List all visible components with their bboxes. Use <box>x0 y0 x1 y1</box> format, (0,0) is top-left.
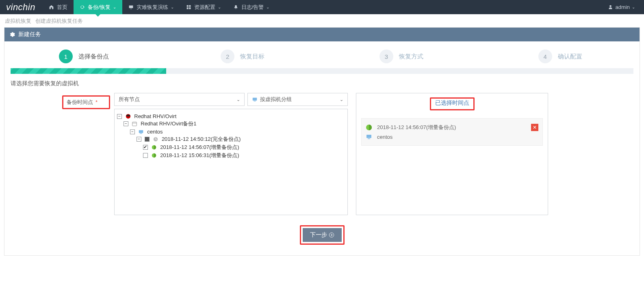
tree-node-inc-backup-1[interactable]: 2018-11-12 14:56:07(增量备份点) <box>117 143 345 151</box>
step-2-label: 恢复目标 <box>240 53 265 60</box>
svg-rect-13 <box>368 138 370 139</box>
tree-node-root[interactable]: − Redhat RHV/Ovirt <box>117 112 345 120</box>
svg-rect-7 <box>140 133 142 134</box>
collapse-icon[interactable]: − <box>137 137 141 142</box>
task-panel: 新建任务 1 选择备份点 2 恢复目标 3 恢复方式 4 确认配置 请 <box>4 27 640 256</box>
checkbox-unchecked[interactable] <box>143 153 148 158</box>
nav-backup[interactable]: 备份/恢复 ⌄ <box>74 0 122 14</box>
checkbox-indeterminate[interactable] <box>145 137 150 142</box>
tree-node-full-backup[interactable]: − 2018-11-12 14:50:12(完全备份点) <box>117 135 345 143</box>
step-2-number: 2 <box>221 50 234 63</box>
tree-node-vm[interactable]: − centos <box>117 128 345 135</box>
globe-green-icon <box>366 124 372 131</box>
nav-drill[interactable]: 灾难恢复演练 ⌄ <box>122 0 180 14</box>
highlight-backup-time-label: 备份时间点 * <box>62 95 110 109</box>
next-button[interactable]: 下一步 <box>303 228 342 242</box>
collapse-icon[interactable]: − <box>124 121 128 126</box>
step-3-label: 恢复方式 <box>399 53 423 60</box>
node-select-value: 所有节点 <box>119 96 140 103</box>
button-row: 下一步 <box>4 221 640 255</box>
chevron-down-icon: ⌄ <box>266 5 269 9</box>
step-3-number: 3 <box>379 50 393 63</box>
svg-point-3 <box>126 115 130 116</box>
selected-time-content: 2018-11-12 14:56:07(增量备份点) ✕ centos <box>361 118 543 146</box>
refresh-icon <box>80 4 85 10</box>
panel-header: 新建任务 <box>4 28 640 41</box>
remove-selected-button[interactable]: ✕ <box>531 124 538 131</box>
gear-icon <box>9 32 15 37</box>
wizard-step-1[interactable]: 1 选择备份点 <box>4 50 163 63</box>
svg-rect-12 <box>366 135 371 138</box>
top-navbar: vinchin 首页 备份/恢复 ⌄ 灾难恢复演练 ⌄ 资源配置 <box>0 0 644 14</box>
close-icon: ✕ <box>533 125 537 130</box>
tree-node-inc-backup-2[interactable]: 2018-11-12 15:06:31(增量备份点) <box>117 151 345 159</box>
chevron-down-icon: ⌄ <box>632 5 635 9</box>
nav-log[interactable]: 日志/告警 ⌄ <box>227 0 276 14</box>
wizard-step-4[interactable]: 4 确认配置 <box>481 50 640 63</box>
redhat-icon <box>125 113 131 119</box>
monitor-icon <box>128 4 134 10</box>
tree-vm-label: centos <box>147 129 163 135</box>
panel-title: 新建任务 <box>18 31 41 38</box>
chevron-down-icon: ⌄ <box>171 5 174 9</box>
wizard-progress-fill <box>11 68 166 74</box>
nav-home-label: 首页 <box>57 4 67 11</box>
group-select[interactable]: 按虚拟机分组 ⌄ <box>247 93 348 106</box>
svg-rect-4 <box>132 122 137 126</box>
nav-items: 首页 备份/恢复 ⌄ 灾难恢复演练 ⌄ 资源配置 ⌄ <box>43 0 275 14</box>
selected-time-text: 2018-11-12 14:56:07(增量备份点) <box>377 124 531 131</box>
required-asterisk: * <box>95 99 98 105</box>
user-icon <box>608 4 614 10</box>
svg-point-14 <box>329 233 334 237</box>
clock-icon <box>152 136 158 142</box>
chevron-down-icon: ⌄ <box>218 5 221 9</box>
backup-tree[interactable]: − Redhat RHV/Ovirt − Redhat RHV/Ovirt备 <box>114 109 348 215</box>
tree-node-job[interactable]: − Redhat RHV/Ovirt备份1 <box>117 120 345 128</box>
checkbox-checked[interactable] <box>143 145 148 150</box>
breadcrumb-a: 虚拟机恢复 <box>5 18 31 24</box>
tree-full-backup-label: 2018-11-12 14:50:12(完全备份点) <box>162 136 241 142</box>
vm-icon <box>366 134 372 140</box>
chevron-down-icon: ⌄ <box>340 97 343 102</box>
collapse-icon[interactable]: − <box>117 114 122 119</box>
field-label-backup-time: 备份时间点 <box>67 99 93 105</box>
breadcrumb-b: 创建虚拟机恢复任务 <box>35 18 83 24</box>
chevron-down-icon: ⌄ <box>236 97 240 102</box>
calendar-icon <box>132 121 138 127</box>
form-side-column: 已选择时间点 2018-11-12 14:56:07(增量备份点) ✕ <box>356 93 548 215</box>
selected-time-header: 已选择时间点 <box>431 99 473 109</box>
highlight-selected-header: 已选择时间点 <box>430 97 475 110</box>
wizard-step-2[interactable]: 2 恢复目标 <box>163 50 322 63</box>
group-select-value: 按虚拟机分组 <box>260 96 292 103</box>
step-4-label: 确认配置 <box>558 53 582 60</box>
selected-vm-row: centos <box>366 132 538 141</box>
selected-time-panel: 已选择时间点 2018-11-12 14:56:07(增量备份点) ✕ <box>356 93 548 215</box>
nav-drill-label: 灾难恢复演练 <box>137 4 168 11</box>
chevron-down-icon: ⌄ <box>113 5 116 9</box>
wizard-step-3[interactable]: 3 恢复方式 <box>322 50 481 63</box>
home-icon <box>49 4 54 10</box>
step-1-number: 1 <box>59 50 73 63</box>
arrow-right-icon <box>329 232 334 238</box>
node-select[interactable]: 所有节点 ⌄ <box>114 93 245 106</box>
wizard-progress <box>11 68 633 74</box>
highlight-next-button: 下一步 <box>300 225 345 245</box>
svg-rect-6 <box>139 130 143 133</box>
wizard-steps: 1 选择备份点 2 恢复目标 3 恢复方式 4 确认配置 <box>4 41 640 68</box>
nav-backup-label: 备份/恢复 <box>88 4 111 11</box>
globe-green-icon <box>151 153 157 159</box>
grid-icon <box>186 4 192 10</box>
user-name: admin <box>616 4 630 10</box>
next-button-label: 下一步 <box>310 231 327 239</box>
collapse-icon[interactable]: − <box>130 129 135 134</box>
tree-inc2-label: 2018-11-12 15:06:31(增量备份点) <box>160 152 239 158</box>
user-menu[interactable]: admin ⌄ <box>603 4 640 10</box>
bell-icon <box>233 4 239 10</box>
step-4-number: 4 <box>538 50 552 63</box>
tree-inc1-label: 2018-11-12 14:56:07(增量备份点) <box>160 144 239 150</box>
nav-home[interactable]: 首页 <box>43 0 74 14</box>
nav-resource[interactable]: 资源配置 ⌄ <box>180 0 227 14</box>
brand-logo: vinchin <box>4 2 43 13</box>
svg-rect-1 <box>254 101 256 101</box>
selected-vm-text: centos <box>377 134 538 140</box>
